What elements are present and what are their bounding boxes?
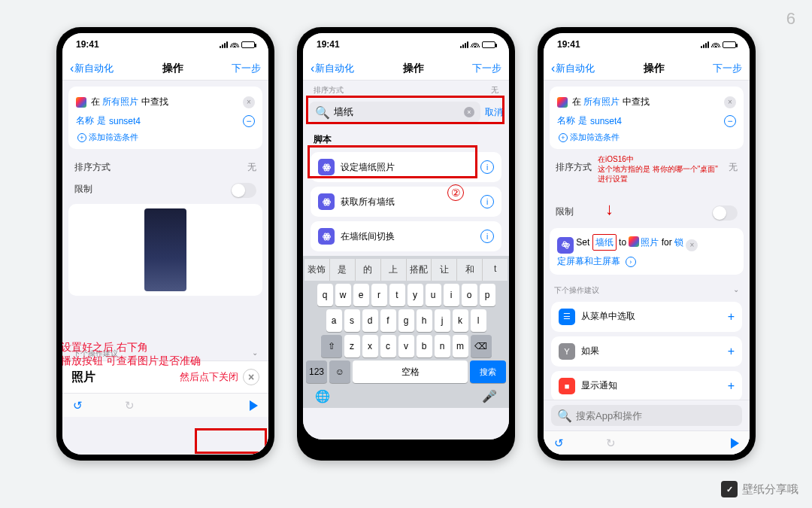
key-row-1: qwertyuiop [306,284,506,306]
keyboard-bottom: 🌐 🎤 [304,386,508,403]
filter-value[interactable]: sunset4 [590,116,622,126]
emoji-key[interactable]: ☺ [329,360,350,383]
navbar: ‹新自动化 操作 下一步 [303,56,509,81]
photos-icon [76,97,86,108]
remove-action-icon[interactable]: × [243,96,255,108]
notify-icon: ■ [559,378,575,394]
photos-label: 照片 [71,370,95,385]
globe-icon[interactable]: 🌐 [315,389,330,403]
nav-title: 操作 [162,62,183,75]
undo-icon[interactable]: ↺ [554,437,564,450]
limit-toggle[interactable] [231,183,256,198]
search-input[interactable] [576,410,736,421]
space-key[interactable]: 空格 [353,360,468,383]
phone-3: 19:41 ‹新自动化 操作 下一步 在 所有照片 中查找 × [538,27,756,461]
limit-row: 限制 [62,177,268,201]
annotation-play: 设置好之后 右下角 播放按钮 可查看图片是否准确 [62,341,201,368]
find-photos-card: 在 所有照片 中查找 × 名称 是 sunset4 − +添加筛选条件 [550,87,744,149]
plus-icon[interactable]: + [728,345,735,358]
filter-name[interactable]: 名称 [76,114,94,127]
info-icon[interactable]: i [480,230,494,243]
suggest-choose-menu[interactable]: ☰ 从菜单中选取+ [551,302,742,332]
find-text: 在 所有照片 中查找 [572,96,650,108]
remove-action-icon[interactable]: × [724,96,736,108]
navbar: ‹新自动化 操作 下一步 [62,56,268,81]
statusbar: 19:41 [303,33,509,56]
sort-row[interactable]: 排序方式无 [62,155,268,177]
prediction-row: 装饰 是 的 上 搭配 让 和 t [304,259,508,281]
search-box[interactable]: 🔍 × [309,102,480,123]
nav-next[interactable]: 下一步 [713,62,742,75]
limit-toggle[interactable] [712,205,738,221]
search-box[interactable]: 🔍 [551,405,742,426]
123-key[interactable]: 123 [306,360,327,383]
play-button[interactable] [250,400,258,411]
action-set-wallpaper[interactable]: 设定墙纸照片 i [311,152,501,182]
annotation-ios16: 在iOS16中 这个地方指的是 将你的哪一个"桌面" 进行设置 [598,154,718,184]
nav-back[interactable]: ‹新自动化 [551,62,595,75]
filter-op[interactable]: 是 [578,114,587,127]
svg-point-14 [562,241,569,249]
cancel-button[interactable]: 取消 [485,106,503,119]
wallpaper-token[interactable]: 墙纸 [592,234,617,251]
nav-next[interactable]: 下一步 [472,62,501,75]
backspace-key[interactable]: ⌫ [471,335,492,357]
expand-icon[interactable]: › [626,257,636,267]
add-filter-button[interactable]: +添加筛选条件 [76,130,255,143]
play-button[interactable] [731,438,739,449]
wifi-icon [230,41,239,47]
search-key[interactable]: 搜索 [470,360,506,383]
mic-icon[interactable]: 🎤 [482,389,497,403]
filter-name[interactable]: 名称 [557,114,575,127]
key[interactable]: q [317,284,333,306]
suggest-header[interactable]: 下个操作建议⌄ [544,279,750,297]
screens-var[interactable]: 定屏幕和主屏幕 [557,256,620,266]
atom-icon [318,193,335,210]
find-photos-card: 在 所有照片 中查找 × 名称 是 sunset4 − +添加筛选条件 [68,87,262,149]
remove-filter-icon[interactable]: − [724,115,736,127]
svg-point-0 [326,166,327,168]
undo-icon[interactable]: ↺ [73,399,83,412]
svg-point-12 [565,244,566,245]
action-get-wallpapers[interactable]: 获取所有墙纸 i [311,187,501,217]
info-icon[interactable]: i [480,160,494,174]
photos-icon [629,236,639,247]
info-icon[interactable]: i [480,195,494,208]
add-filter-button[interactable]: +添加筛选条件 [557,130,736,143]
plus-icon[interactable]: + [728,310,735,324]
remove-action-icon[interactable]: × [686,239,698,251]
red-number-2: ② [447,184,464,201]
nav-back[interactable]: ‹新自动化 [311,62,354,75]
screen-2: 19:41 ‹新自动化 操作 下一步 排序方式无 🔍 [303,33,509,440]
shift-key[interactable]: ⇧ [321,335,342,357]
suggest-if[interactable]: Y 如果+ [551,336,742,367]
nav-back[interactable]: ‹新自动化 [70,62,114,75]
nav-next[interactable]: 下一步 [232,62,261,75]
preview-area [68,204,262,296]
battery-icon [723,41,736,48]
chevron-left-icon: ‹ [70,62,74,75]
statusbar: 19:41 [544,33,750,56]
lock-var[interactable]: 锁 [674,237,683,248]
plus-icon[interactable]: + [728,379,735,393]
watermark: ✓ 壁纸分享哦 [721,481,798,497]
suggest-notify[interactable]: ■ 显示通知+ [551,371,742,401]
status-icons [220,41,255,48]
filter-value[interactable]: sunset4 [109,116,141,126]
magnify-icon: 🔍 [557,409,572,423]
filter-op[interactable]: 是 [97,114,106,127]
status-time: 19:41 [317,39,340,50]
clear-icon[interactable]: × [464,107,474,117]
navbar: ‹新自动化 操作 下一步 [544,56,750,81]
remove-filter-icon[interactable]: − [243,115,255,127]
photos-icon [557,97,568,108]
atom-icon [318,159,335,175]
action-switch-wallpaper[interactable]: 在墙纸间切换 i [311,221,501,251]
wechat-icon: ✓ [721,481,738,497]
sort-row: 排序方式无 [303,81,509,97]
close-button[interactable]: × [243,369,259,385]
search-input[interactable] [334,107,460,118]
bottom-search: 🔍 [544,400,750,430]
red-highlight-play [195,428,267,454]
photo-var[interactable]: 照片 [641,237,659,248]
